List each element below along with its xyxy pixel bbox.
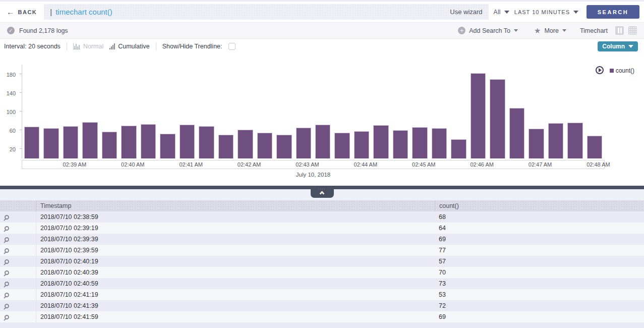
check-circle-icon: ✓ [7,27,15,34]
back-arrow-icon: ← [7,8,15,16]
scope-dropdown[interactable]: All [494,9,509,16]
chart-bar[interactable] [587,136,602,158]
chart-bar[interactable] [141,124,156,158]
search-query-input[interactable]: | timechart count() Use wizard [44,4,488,20]
more-menu[interactable]: ★ More [534,27,566,34]
chart-bar[interactable] [334,133,349,158]
y-axis-labels: 2060100140180 [0,65,22,158]
chart-bar[interactable] [567,123,582,158]
chart-panel-icon[interactable] [615,26,624,35]
table-row: 2018/07/10 02:40:19 57 [0,256,644,267]
expand-log-button[interactable] [0,267,36,278]
x-axis-tick-label: 02:39 AM [63,161,86,168]
x-axis-tick-label: 02:45 AM [412,161,435,168]
chart-bar[interactable] [373,125,388,158]
chart-bar[interactable] [432,128,447,158]
row-count: 53 [435,291,644,298]
chart-bar[interactable] [238,130,253,158]
back-label: BACK [18,9,37,15]
expand-log-button[interactable] [0,256,36,267]
add-search-to-menu[interactable]: + Add Search To [458,27,518,34]
row-timestamp: 2018/07/10 02:41:39 [36,302,435,309]
chart-bar[interactable] [471,73,486,158]
chart-bar[interactable] [529,129,544,158]
chart-bar[interactable] [509,108,524,158]
cumulative-bars-icon [109,43,115,49]
cumulative-mode-button[interactable]: Cumulative [109,43,150,50]
star-icon: ★ [534,27,541,34]
expand-log-button[interactable] [0,223,36,234]
table-row: 2018/07/10 02:41:19 53 [0,289,644,300]
found-logs-status: Found 2,178 logs [19,27,68,34]
magnifier-icon [5,293,9,297]
trendline-checkbox[interactable] [228,43,236,50]
use-wizard-link[interactable]: Use wizard [450,8,482,16]
chart-bar[interactable] [218,135,233,158]
magnifier-icon [5,270,9,275]
panel-divider: ···· [0,186,644,189]
expand-log-button[interactable] [0,311,36,322]
table-row: 2018/07/10 02:39:59 77 [0,245,644,256]
x-axis-tick-label: 02:46 AM [470,161,493,168]
x-axis-tick-label: 02:43 AM [296,161,319,168]
magnifier-icon [5,315,9,319]
time-range-label: LAST 10 MINUTES [514,9,570,15]
chart-bar[interactable] [63,126,78,158]
table-row: 2018/07/10 02:39:39 69 [0,234,644,245]
chart-bar[interactable] [276,135,291,158]
chart-type-button[interactable]: Column [598,41,638,51]
chevron-down-icon [562,29,566,32]
back-button[interactable]: ← BACK [5,8,39,16]
timestamp-column-header[interactable]: Timestamp [36,200,435,211]
chart-bar[interactable] [43,128,58,158]
expand-log-button[interactable] [0,300,36,311]
collapse-handle[interactable]: ···· [311,189,334,198]
query-text: timechart count() [55,8,112,16]
table-row: 2018/07/10 02:39:19 64 [0,223,644,234]
chart-bar[interactable] [121,126,136,158]
normal-mode-button[interactable]: Normal [73,43,103,50]
x-axis-tick-label: 02:42 AM [238,161,261,168]
chart-bar[interactable] [82,122,97,158]
row-timestamp: 2018/07/10 02:40:59 [36,280,435,287]
chart-bar[interactable] [199,126,214,158]
time-range-dropdown[interactable]: LAST 10 MINUTES [514,9,578,15]
expand-log-button[interactable] [0,289,36,300]
expand-log-button[interactable] [0,234,36,245]
chart-bar[interactable] [393,130,408,158]
x-axis-tick-label: 02:44 AM [354,161,377,168]
expand-log-button[interactable] [0,278,36,289]
chart-bar[interactable] [315,125,330,158]
count-column-header[interactable]: count() [435,200,644,211]
y-axis-tick-label: 140 [7,90,16,96]
chart-bar[interactable] [24,127,39,158]
chart-bar[interactable] [354,131,369,158]
row-count: 69 [435,313,644,320]
more-label: More [544,27,558,34]
chart-bar[interactable] [160,134,175,158]
drag-dots-icon: ···· [318,188,326,190]
magnifier-icon [5,237,9,242]
expand-log-button[interactable] [0,245,36,256]
chevron-down-icon [628,45,633,48]
chart-bar[interactable] [451,139,466,158]
add-search-to-label: Add Search To [469,27,510,34]
table-panel-icon[interactable] [628,26,637,35]
expand-log-button[interactable] [0,211,36,223]
chart-bar[interactable] [180,125,195,158]
table-row: 2018/07/10 02:41:59 69 [0,311,644,322]
chart-bar[interactable] [257,133,272,158]
chart-bar[interactable] [102,132,117,158]
chart-bar[interactable] [412,127,427,158]
y-axis-tick-label: 20 [10,146,16,152]
magnifier-icon [5,226,9,231]
chart-legend[interactable]: count() [610,67,634,74]
chart-bar[interactable] [548,123,563,158]
chart-bar[interactable] [490,79,505,158]
magnifier-icon [5,215,9,220]
row-count: 72 [435,302,644,309]
search-button[interactable]: SEARCH [587,5,639,19]
chart-bar[interactable] [296,128,311,158]
play-button[interactable] [596,66,604,74]
magnifier-icon [5,248,9,253]
